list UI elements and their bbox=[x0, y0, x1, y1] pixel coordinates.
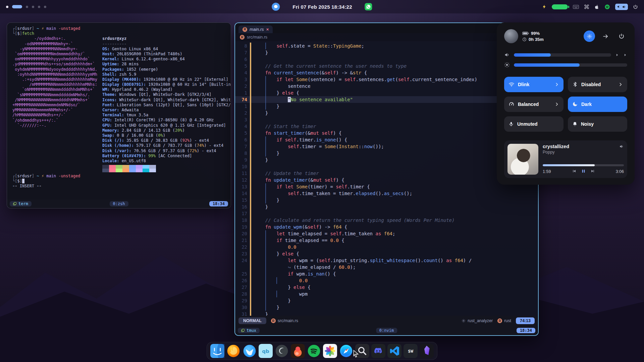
code-line[interactable]: 23 } else { bbox=[235, 250, 538, 257]
power-button[interactable] bbox=[616, 31, 627, 42]
spotify-tray-icon[interactable] bbox=[604, 4, 610, 10]
code-line[interactable]: 1 } bbox=[235, 103, 538, 110]
keyboard-icon[interactable] bbox=[573, 5, 579, 9]
volume-indicator[interactable] bbox=[615, 4, 628, 10]
code-line[interactable]: 28 wpm bbox=[235, 291, 538, 297]
code-line[interactable]: 21 if time_elapsed == 0.0 { bbox=[235, 237, 538, 244]
code-line[interactable]: 6 bbox=[235, 56, 538, 63]
code-line[interactable]: 4 // Start the timer bbox=[235, 123, 538, 130]
code-line[interactable]: 74 "No sentence available" bbox=[235, 96, 538, 103]
code-line[interactable]: 29 } bbox=[235, 297, 538, 304]
code-line[interactable]: 5 // Get the current sentence the user n… bbox=[235, 63, 538, 69]
dock-app-thunderbird-icon[interactable] bbox=[243, 344, 257, 358]
previous-button[interactable] bbox=[572, 169, 576, 174]
code-line[interactable]: 20 let time_elapsed = self.time_taken as… bbox=[235, 230, 538, 237]
tmux-window-label[interactable]: 0:nvim bbox=[376, 328, 397, 333]
toggle-unmuted[interactable]: Unmuted bbox=[504, 116, 564, 132]
code-line[interactable]: 14 self.time_taken = timer.elapsed().as_… bbox=[235, 190, 538, 197]
seek-bar[interactable] bbox=[543, 164, 624, 166]
code-line[interactable]: 16 } bbox=[235, 203, 538, 210]
workspace-indicators[interactable] bbox=[6, 5, 46, 8]
code-line[interactable]: 22 0.0 bbox=[235, 244, 538, 250]
code-line[interactable]: 1 } else { bbox=[235, 89, 538, 96]
power-profile-icon[interactable] bbox=[542, 4, 547, 9]
dock-app-obsidian-icon[interactable] bbox=[420, 344, 434, 358]
code-line[interactable]: 3 if let Some(sentence) = self.sentences… bbox=[235, 76, 538, 83]
code-line[interactable]: 9 } bbox=[235, 157, 538, 163]
code-line[interactable]: 2 } bbox=[235, 110, 538, 116]
code-line[interactable]: 5 fn start_timer(&mut self) { bbox=[235, 130, 538, 136]
apple-icon[interactable] bbox=[594, 4, 599, 10]
code-line[interactable]: 4 fn current_sentence(&self) -> &str { bbox=[235, 69, 538, 76]
volume-slider[interactable] bbox=[514, 53, 611, 57]
workspace-2[interactable] bbox=[12, 5, 22, 8]
logout-button[interactable] bbox=[600, 31, 611, 42]
workspace-5[interactable] bbox=[38, 6, 40, 8]
code-line[interactable]: 3 bbox=[235, 116, 538, 123]
next-button[interactable] bbox=[591, 169, 595, 174]
code-line[interactable]: 18 // Calculate and return the current t… bbox=[235, 217, 538, 224]
code-line[interactable]: 8 self.state = State::TypingGame; bbox=[235, 43, 538, 49]
tmux-window-label[interactable]: 0:zsh bbox=[109, 201, 128, 206]
code-line[interactable]: 8 } bbox=[235, 150, 538, 157]
terminal-window[interactable]: ┌[srdusr] ~ ⚡ main -unstaged └[$]fetch -… bbox=[7, 22, 231, 208]
code-line[interactable]: ↪ (time_elapsed / 60.0); bbox=[235, 264, 538, 270]
code-line[interactable]: 26 0.0 bbox=[235, 277, 538, 284]
code-line[interactable]: 12 fn update_timer(&mut self) { bbox=[235, 177, 538, 183]
tmux-session-label[interactable]: tmux bbox=[238, 328, 260, 333]
code-line[interactable]: 31 } bbox=[235, 311, 538, 316]
tab-main-rs[interactable]: R main.rs × bbox=[238, 25, 273, 33]
dock-app-qbittorrent-icon[interactable]: qb bbox=[259, 344, 273, 358]
code-line[interactable]: 7 self.timer = Some(Instant::now()); bbox=[235, 143, 538, 150]
dock-app-spotify-icon[interactable] bbox=[307, 344, 321, 358]
code-line[interactable]: 30 } bbox=[235, 304, 538, 311]
code-line[interactable]: 25 if wpm.is_nan() { bbox=[235, 270, 538, 277]
toggle-noisy[interactable]: Noisy bbox=[568, 116, 627, 132]
dock-app-photos-icon[interactable] bbox=[323, 344, 337, 358]
dock-app-discord-icon[interactable] bbox=[371, 344, 385, 358]
dock-app-dollar-w-icon[interactable]: $W bbox=[404, 344, 418, 358]
toggle-balanced[interactable]: Balanced bbox=[504, 97, 564, 112]
editor-window[interactable]: R main.rs × R src/main.rs 8 self.state =… bbox=[234, 22, 539, 336]
dock-app-firefox-icon[interactable] bbox=[226, 344, 240, 358]
code-line[interactable]: 11 // Update the timer bbox=[235, 170, 538, 177]
toggle-dark[interactable]: Dark bbox=[568, 97, 627, 112]
toggle-disabled[interactable]: Disabled bbox=[568, 77, 627, 92]
toggle-dlink[interactable]: Dlink bbox=[504, 77, 564, 92]
settings-button[interactable] bbox=[584, 31, 595, 42]
command-icon[interactable] bbox=[584, 4, 589, 9]
tmux-session-label[interactable]: term bbox=[10, 201, 32, 206]
dock-app-finder-icon[interactable] bbox=[210, 344, 224, 358]
power-icon[interactable] bbox=[633, 4, 638, 9]
code-line[interactable]: 24 let wpm = (self.input_string.split_wh… bbox=[235, 257, 538, 264]
code-line[interactable]: 10 bbox=[235, 163, 538, 170]
brightness-slider[interactable] bbox=[514, 63, 627, 67]
code-buffer[interactable]: 8 self.state = State::TypingGame;7 }65 /… bbox=[235, 42, 538, 316]
code-line[interactable]: 19 fn update_wpm(&self) -> f64 { bbox=[235, 224, 538, 230]
dock-app-lava-lamp-icon[interactable] bbox=[291, 344, 305, 358]
code-line[interactable]: 2 sentence bbox=[235, 83, 538, 89]
workspace-6[interactable] bbox=[44, 6, 46, 8]
code-line[interactable]: 27 } else { bbox=[235, 284, 538, 291]
whatsapp-icon[interactable] bbox=[365, 3, 372, 10]
chevron-right-icon[interactable] bbox=[623, 53, 627, 57]
user-avatar[interactable] bbox=[504, 29, 518, 43]
audio-output-icon[interactable] bbox=[619, 144, 624, 149]
tab-close-icon[interactable]: × bbox=[266, 27, 269, 32]
battery-indicator[interactable] bbox=[552, 4, 568, 9]
pause-button[interactable] bbox=[581, 169, 586, 175]
chevron-right-icon[interactable] bbox=[615, 53, 619, 57]
workspace-3[interactable] bbox=[26, 6, 28, 8]
dock-app-spiral-icon[interactable] bbox=[275, 344, 289, 358]
dock-app-vscode-icon[interactable] bbox=[387, 344, 401, 358]
code-line[interactable]: 17 bbox=[235, 210, 538, 217]
dock-app-safari-icon[interactable] bbox=[339, 344, 353, 358]
code-line[interactable]: 6 if self.timer.is_none() { bbox=[235, 136, 538, 143]
code-line[interactable]: 7 } bbox=[235, 49, 538, 56]
code-line[interactable]: 15 } bbox=[235, 197, 538, 203]
workspace-4[interactable] bbox=[32, 6, 34, 8]
workspace-1[interactable] bbox=[6, 6, 8, 8]
code-line[interactable]: 13 if let Some(timer) = self.timer { bbox=[235, 183, 538, 190]
messages-icon[interactable] bbox=[272, 3, 280, 11]
shell-prompt-cursor[interactable]: └[$] bbox=[12, 179, 231, 184]
